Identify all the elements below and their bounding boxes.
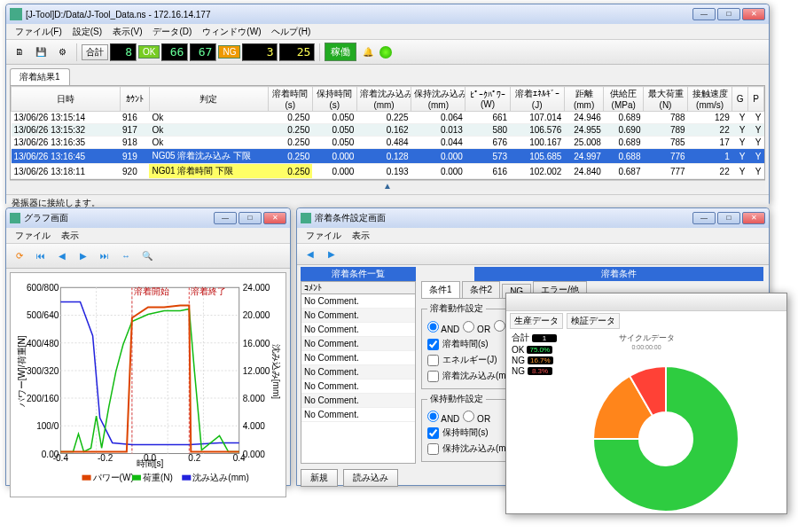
radio-option[interactable]: OR bbox=[463, 321, 490, 334]
lcd-2: 66 bbox=[161, 43, 188, 61]
menu-item[interactable]: 表示 bbox=[347, 228, 375, 243]
collapse-handle[interactable]: ▲ bbox=[10, 180, 765, 191]
settings-title: 溶着条件設定画面 bbox=[315, 212, 692, 224]
first-icon[interactable]: ⏮ bbox=[31, 246, 51, 266]
last-icon[interactable]: ⏭ bbox=[95, 246, 114, 266]
comment-list[interactable]: No Comment.No Comment.No Comment.No Comm… bbox=[301, 293, 416, 464]
result-tab[interactable]: 溶着結果1 bbox=[10, 68, 70, 85]
graph-title: グラフ画面 bbox=[24, 212, 214, 224]
graph-toolbar: ⟳ ⏮ ◀ ▶ ⏭ ↔ 🔍 bbox=[6, 244, 290, 269]
next-icon[interactable]: ▶ bbox=[74, 246, 93, 266]
main-window: [J-Tool]D:/Data/J-Tool_Data.ns - 172.16.… bbox=[5, 4, 770, 204]
svg-text:溶着終了: 溶着終了 bbox=[191, 286, 226, 296]
table-row[interactable]: 13/06/26 13:18:11920NG01 溶着時間 下限0.2500.0… bbox=[12, 164, 764, 179]
cycle-icon[interactable]: ↔ bbox=[116, 246, 136, 266]
minimize-button[interactable]: — bbox=[692, 212, 716, 224]
main-titlebar[interactable]: [J-Tool]D:/Data/J-Tool_Data.ns - 172.16.… bbox=[6, 4, 769, 24]
svg-text:パワー(W): パワー(W) bbox=[92, 473, 134, 482]
bell-icon[interactable]: 🔔 bbox=[358, 43, 378, 62]
result-grid: 日時ｶｳﾝﾄ判定溶着時間(s)保持時間(s)溶着沈み込み(mm)保持沈み込み(m… bbox=[10, 85, 765, 180]
total-button[interactable]: 合計 bbox=[82, 44, 108, 60]
tab[interactable]: 検証データ bbox=[567, 313, 620, 329]
graph-menubar: ファイル表示 bbox=[6, 228, 290, 244]
radio-option[interactable]: AND bbox=[427, 411, 459, 424]
menu-item[interactable]: 設定(S) bbox=[67, 24, 107, 39]
list-item[interactable]: No Comment. bbox=[301, 379, 415, 394]
tab[interactable]: 生産データ bbox=[510, 313, 563, 329]
reset-icon[interactable]: ⟳ bbox=[10, 246, 29, 266]
close-button[interactable]: ✕ bbox=[742, 8, 765, 20]
svg-text:4.000: 4.000 bbox=[243, 421, 266, 431]
svg-text:8.000: 8.000 bbox=[243, 394, 266, 403]
run-badge: 稼働 bbox=[325, 43, 356, 61]
svg-text:12.000: 12.000 bbox=[243, 366, 270, 376]
svg-text:溶着開始: 溶着開始 bbox=[134, 286, 169, 296]
list-item[interactable]: No Comment. bbox=[301, 309, 415, 323]
ok-badge: OK bbox=[138, 45, 160, 59]
y-right-label: 沈み込み[mm] bbox=[271, 344, 281, 400]
checkbox[interactable] bbox=[427, 443, 439, 455]
svg-text:16.000: 16.000 bbox=[243, 339, 270, 348]
list-item[interactable]: No Comment. bbox=[301, 394, 415, 408]
donut-window: 生産データ検証データ 合計1OK75.0%NG16.7%NG8.3% サイクルデ… bbox=[505, 293, 787, 514]
radio-option[interactable]: OR bbox=[463, 411, 490, 424]
menu-item[interactable]: ファイル(F) bbox=[10, 24, 67, 39]
list-item[interactable]: No Comment. bbox=[301, 337, 415, 351]
menu-item[interactable]: ファイル bbox=[10, 228, 56, 243]
next-icon[interactable]: ▶ bbox=[322, 245, 341, 264]
zoom-icon[interactable]: 🔍 bbox=[137, 246, 157, 266]
settings-icon[interactable]: ⚙ bbox=[52, 43, 72, 62]
menu-item[interactable]: ウィンドウ(W) bbox=[197, 24, 266, 39]
load-button[interactable]: 読み込み bbox=[343, 469, 398, 487]
svg-text:200/160: 200/160 bbox=[27, 394, 59, 403]
tab[interactable]: 条件1 bbox=[421, 281, 460, 298]
new-icon[interactable]: 🗎 bbox=[10, 43, 29, 62]
menu-item[interactable]: データ(D) bbox=[147, 24, 197, 39]
svg-text:24.000: 24.000 bbox=[243, 283, 270, 293]
list-item[interactable]: No Comment. bbox=[301, 294, 415, 309]
donut-titlebar[interactable] bbox=[506, 293, 786, 311]
checkbox[interactable] bbox=[427, 355, 439, 366]
svg-text:0.2: 0.2 bbox=[188, 453, 200, 463]
save-icon[interactable]: 💾 bbox=[31, 43, 51, 62]
tab[interactable]: 条件2 bbox=[462, 281, 501, 298]
settings-menubar: ファイル表示 bbox=[297, 228, 769, 244]
prev-icon[interactable]: ◀ bbox=[301, 245, 320, 264]
svg-text:-0.4: -0.4 bbox=[53, 453, 69, 463]
lcd-1: 8 bbox=[110, 43, 137, 61]
checkbox[interactable] bbox=[427, 427, 439, 439]
menu-item[interactable]: 表示(V) bbox=[107, 24, 147, 39]
menu-item[interactable]: ファイル bbox=[301, 228, 347, 243]
maximize-button[interactable]: □ bbox=[239, 212, 262, 224]
checkbox[interactable] bbox=[427, 339, 439, 350]
status-led-icon bbox=[379, 46, 392, 59]
svg-text:-0.2: -0.2 bbox=[98, 453, 113, 463]
svg-text:20.000: 20.000 bbox=[243, 311, 270, 321]
lcd-3: 67 bbox=[190, 43, 216, 61]
close-button[interactable]: ✕ bbox=[742, 212, 765, 224]
close-button[interactable]: ✕ bbox=[263, 212, 286, 224]
table-row[interactable]: 13/06/26 13:15:32917Ok0.2500.0500.1620.0… bbox=[12, 124, 764, 137]
menu-item[interactable]: 表示 bbox=[56, 228, 84, 243]
minimize-button[interactable]: — bbox=[692, 8, 716, 20]
svg-text:沈み込み(mm): 沈み込み(mm) bbox=[192, 473, 248, 482]
app-icon bbox=[10, 213, 20, 223]
new-button[interactable]: 新規 bbox=[301, 469, 338, 487]
maximize-button[interactable]: □ bbox=[717, 212, 740, 224]
table-row[interactable]: 13/06/26 13:16:35918Ok0.2500.0500.4840.0… bbox=[12, 137, 764, 149]
table-row[interactable]: 13/06/26 13:15:14916Ok0.2500.0500.2250.0… bbox=[12, 112, 764, 124]
minimize-button[interactable]: — bbox=[214, 212, 237, 224]
maximize-button[interactable]: □ bbox=[717, 8, 740, 20]
svg-text:400/480: 400/480 bbox=[27, 339, 59, 348]
list-item[interactable]: No Comment. bbox=[301, 323, 415, 337]
menu-item[interactable]: ヘルプ(H) bbox=[266, 24, 316, 39]
list-item[interactable]: No Comment. bbox=[301, 351, 415, 365]
radio-option[interactable]: AND bbox=[427, 321, 459, 334]
list-item[interactable]: No Comment. bbox=[301, 408, 415, 422]
checkbox[interactable] bbox=[427, 371, 439, 382]
table-row[interactable]: 13/06/26 13:16:45919NG05 溶着沈み込み 下限0.2500… bbox=[12, 149, 764, 164]
prev-icon[interactable]: ◀ bbox=[52, 246, 72, 266]
lcd-4: 3 bbox=[242, 43, 278, 61]
list-item[interactable]: No Comment. bbox=[301, 365, 415, 379]
svg-text:500/640: 500/640 bbox=[27, 311, 59, 321]
